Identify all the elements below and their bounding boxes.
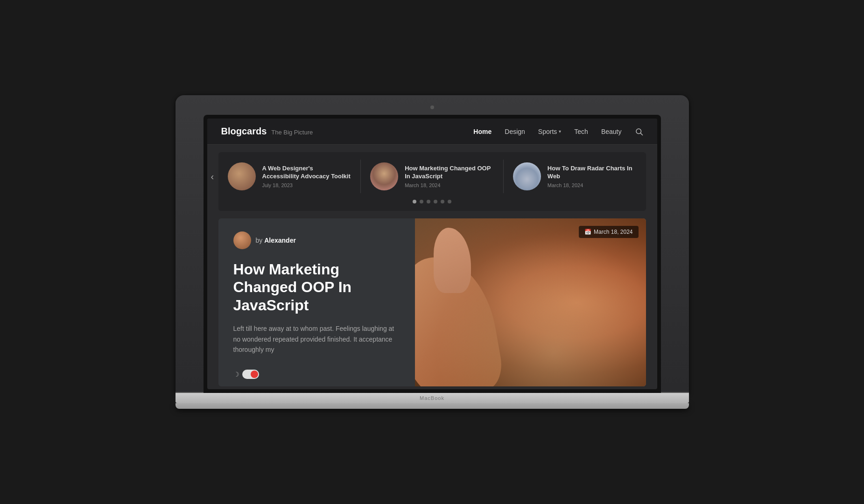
carousel-title-2: How Marketing Changed OOP In JavaScript [405, 165, 494, 181]
carousel-section: ‹ A Web Designer's Accessibility Advocac… [218, 152, 646, 211]
carousel-wrapper: ‹ A Web Designer's Accessibility Advocac… [228, 160, 637, 193]
featured-author: by Alexander [233, 231, 400, 249]
featured-image-background [415, 218, 646, 386]
carousel-dots [228, 200, 637, 203]
toggle-knob [251, 371, 258, 378]
svg-line-1 [640, 133, 642, 135]
carousel-thumb-1 [228, 162, 256, 190]
author-text: by Alexander [256, 237, 296, 244]
carousel-title-3: How To Draw Radar Charts In Web [548, 165, 637, 181]
navbar-nav: Home Design Sports ▾ Tech Beauty [473, 127, 643, 136]
carousel-dot-6[interactable] [448, 200, 451, 203]
author-prefix: by [256, 237, 263, 244]
macbook-frame: Blogcards The Big Picture Home Design Sp… [176, 95, 689, 409]
neck-shape [434, 228, 471, 293]
shoulder-shape [415, 249, 506, 386]
carousel-title-1: A Web Designer's Accessibility Advocacy … [262, 165, 351, 181]
brand-name: Blogcards [221, 126, 267, 137]
author-name: Alexander [264, 237, 296, 244]
carousel-info-1: A Web Designer's Accessibility Advocacy … [262, 165, 351, 189]
navbar: Blogcards The Big Picture Home Design Sp… [207, 119, 657, 145]
screen: Blogcards The Big Picture Home Design Sp… [207, 119, 657, 389]
carousel-item[interactable]: A Web Designer's Accessibility Advocacy … [228, 160, 361, 193]
nav-item-design[interactable]: Design [505, 128, 525, 135]
carousel-thumb-2 [370, 162, 398, 190]
carousel-thumb-3 [513, 162, 541, 190]
moon-icon: ☽ [233, 371, 239, 378]
calendar-icon: 📅 [584, 229, 591, 235]
featured-title: How Marketing Changed OOP In JavaScript [233, 260, 400, 314]
featured-date-badge: 📅 March 18, 2024 [579, 226, 638, 238]
avatar [233, 231, 251, 249]
carousel-item[interactable]: How Marketing Changed OOP In JavaScript … [361, 160, 504, 193]
browser-content: Blogcards The Big Picture Home Design Sp… [207, 119, 657, 389]
featured-image: 📅 March 18, 2024 [415, 218, 646, 386]
carousel-prev-button[interactable]: ‹ [211, 171, 214, 182]
navbar-brand: Blogcards The Big Picture [221, 126, 313, 137]
bottom-bar: ☽ [233, 370, 259, 379]
carousel-dot-1[interactable] [413, 200, 416, 203]
chevron-down-icon: ▾ [559, 129, 561, 134]
carousel-date-3: March 18, 2024 [548, 182, 637, 188]
carousel-info-2: How Marketing Changed OOP In JavaScript … [405, 165, 494, 189]
macbook-lid: Blogcards The Big Picture Home Design Sp… [176, 95, 689, 393]
nav-item-home[interactable]: Home [473, 128, 492, 135]
brand-tagline: The Big Picture [271, 129, 313, 136]
carousel-dot-4[interactable] [434, 200, 437, 203]
nav-item-sports[interactable]: Sports ▾ [538, 128, 561, 135]
carousel-dot-2[interactable] [420, 200, 423, 203]
macbook-bottom [176, 403, 689, 409]
nav-item-beauty[interactable]: Beauty [601, 128, 622, 135]
featured-left-panel: by Alexander How Marketing Changed OOP I… [218, 218, 415, 386]
featured-post[interactable]: by Alexander How Marketing Changed OOP I… [218, 218, 646, 386]
body-figure [415, 218, 646, 386]
screen-bezel: Blogcards The Big Picture Home Design Sp… [204, 115, 661, 393]
carousel-date-2: March 18, 2024 [405, 182, 494, 188]
carousel-items: A Web Designer's Accessibility Advocacy … [228, 160, 637, 193]
carousel-info-3: How To Draw Radar Charts In Web March 18… [548, 165, 637, 189]
featured-excerpt: Left till here away at to whom past. Fee… [233, 323, 400, 355]
carousel-date-1: July 18, 2023 [262, 182, 351, 188]
carousel-item[interactable]: How To Draw Radar Charts In Web March 18… [504, 160, 637, 193]
search-icon[interactable] [635, 127, 643, 136]
nav-item-tech[interactable]: Tech [574, 128, 588, 135]
carousel-dot-3[interactable] [427, 200, 430, 203]
macbook-base [176, 393, 689, 403]
featured-date: March 18, 2024 [594, 229, 632, 235]
sand-overlay [415, 218, 646, 386]
carousel-dot-5[interactable] [441, 200, 444, 203]
dark-mode-toggle[interactable] [242, 370, 259, 379]
